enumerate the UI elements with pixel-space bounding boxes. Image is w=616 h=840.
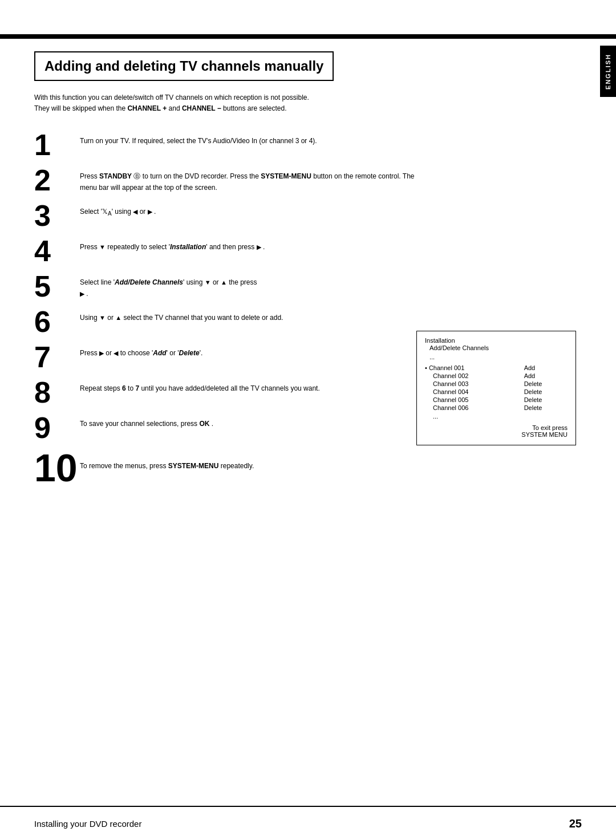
channel-name-4: Channel 004	[425, 388, 523, 396]
channel-row-3: Channel 003 Delete	[425, 380, 568, 388]
footer: Installing your DVD recorder 25	[0, 806, 616, 840]
step-number-8: 8	[34, 378, 80, 407]
step-number-7: 7	[34, 342, 80, 372]
step-text-2: Press STANDBY Ⓑ to turn on the DVD recor…	[80, 165, 422, 193]
channel-row-5: Channel 005 Delete	[425, 396, 568, 404]
page-title-box: Adding and deleting TV channels manually	[34, 51, 334, 81]
channel-action-5: Delete	[523, 396, 568, 404]
sm-dots1: ...	[425, 354, 568, 360]
channel-action-3: Delete	[523, 380, 568, 388]
step-text-5: Select line 'Add/Delete Channels' using …	[80, 271, 422, 299]
step-number-1: 1	[34, 130, 80, 160]
channel-name-6: Channel 006	[425, 404, 523, 412]
step-number-4: 4	[34, 236, 80, 266]
intro-text: With this function you can delete/switch…	[34, 92, 525, 114]
main-content: Adding and deleting TV channels manually…	[34, 51, 587, 794]
channel-row-4: Channel 004 Delete	[425, 388, 568, 396]
channel-name-3: Channel 003	[425, 380, 523, 388]
step-text-4: Press ▼ repeatedly to select 'Installati…	[80, 236, 422, 253]
sm-exit-line1: To exit press	[425, 424, 568, 431]
page-title: Adding and deleting TV channels manually	[44, 58, 323, 74]
step-5: 5 Select line 'Add/Delete Channels' usin…	[34, 271, 587, 301]
step-text-3: Select '𝕏A' using ◀ or ▶ .	[80, 201, 422, 218]
channel-action-4: Delete	[523, 388, 568, 396]
step-text-9: To save your channel selections, press O…	[80, 413, 422, 429]
step-10: 10 To remove the menus, press SYSTEM-MEN…	[34, 448, 587, 487]
channel-row-1: Channel 001 Add	[425, 364, 568, 372]
step-text-6: Using ▼ or ▲ select the TV channel that …	[80, 307, 422, 323]
channel-name-1: Channel 001	[425, 364, 523, 372]
channel-action-1: Add	[523, 364, 568, 372]
sm-dots2: ...	[425, 413, 568, 420]
step-number-6: 6	[34, 307, 80, 336]
sm-title: Installation	[425, 337, 568, 344]
step-number-2: 2	[34, 165, 80, 195]
footer-right: 25	[569, 817, 582, 830]
sm-exit-line2: SYSTEM MENU	[425, 431, 568, 438]
channel-row-2: Channel 002 Add	[425, 372, 568, 380]
step-number-3: 3	[34, 201, 80, 230]
channel-name-2: Channel 002	[425, 372, 523, 380]
step-text-1: Turn on your TV. If required, select the…	[80, 130, 422, 147]
intro-line1: With this function you can delete/switch…	[34, 94, 309, 102]
sm-exit: To exit press SYSTEM MENU	[425, 424, 568, 438]
top-bar	[0, 34, 616, 39]
footer-left: Installing your DVD recorder	[34, 819, 141, 829]
channel-action-6: Delete	[523, 404, 568, 412]
step-1: 1 Turn on your TV. If required, select t…	[34, 130, 587, 160]
step-number-10: 10	[34, 448, 80, 487]
channel-action-2: Add	[523, 372, 568, 380]
step-2: 2 Press STANDBY Ⓑ to turn on the DVD rec…	[34, 165, 587, 195]
step-text-8: Repeat steps 6 to 7 until you have added…	[80, 378, 422, 394]
step-number-9: 9	[34, 413, 80, 443]
step-text-7: Press ▶ or ◀ to choose 'Add' or 'Delete'…	[80, 342, 422, 359]
channel-row-6: Channel 006 Delete	[425, 404, 568, 412]
sm-subtitle: Add/Delete Channels	[425, 344, 568, 351]
screen-mockup: Installation Add/Delete Channels ... Cha…	[416, 331, 576, 445]
language-tab: ENGLISH	[600, 46, 616, 97]
step-text-10: To remove the menus, press SYSTEM-MENU r…	[80, 448, 422, 472]
channel-table: Channel 001 Add Channel 002 Add Channel …	[425, 364, 568, 412]
step-4: 4 Press ▼ repeatedly to select 'Installa…	[34, 236, 587, 266]
language-label: ENGLISH	[605, 54, 611, 90]
step-3: 3 Select '𝕏A' using ◀ or ▶ .	[34, 201, 587, 230]
step-number-5: 5	[34, 271, 80, 301]
channel-name-5: Channel 005	[425, 396, 523, 404]
